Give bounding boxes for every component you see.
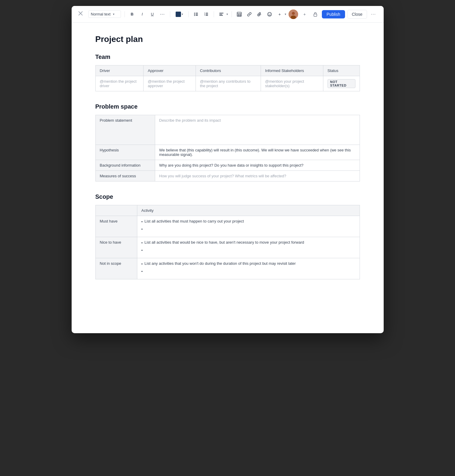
numbered-list-button[interactable]: 1. 2. 3. [202, 10, 210, 18]
svg-point-21 [268, 13, 269, 14]
bullet-item-empty: • [141, 269, 355, 274]
avatar [289, 10, 298, 19]
toolbar-divider-1 [125, 11, 125, 17]
bullet-item: • List all activities that would be nice… [141, 240, 355, 245]
svg-point-2 [194, 14, 195, 15]
team-col-approver: Approver [144, 65, 196, 76]
svg-rect-3 [196, 14, 198, 15]
link-button[interactable] [245, 10, 253, 18]
informed-cell[interactable]: @mention your project stakeholder(s) [261, 76, 323, 91]
nice-to-have-label: Nice to have [95, 237, 137, 258]
hypothesis-text: We believe that (this capability) will r… [159, 148, 351, 157]
status-cell[interactable]: NOT STARTED [323, 76, 360, 91]
table-row: Nice to have • List all activities that … [95, 237, 360, 258]
team-heading: Team [95, 54, 360, 60]
measures-placeholder: How you will judge success of your proje… [159, 174, 286, 178]
nice-to-have-cell[interactable]: • List all activities that would be nice… [137, 237, 360, 258]
more-text-button[interactable]: ··· [159, 10, 166, 18]
editor-window: Normal text ▾ B I U ··· ▾ 1. [72, 6, 384, 333]
bullet-item-empty: • [141, 226, 355, 231]
table-row: Measures of success How you will judge s… [95, 171, 360, 181]
toolbar-divider-3 [188, 11, 189, 17]
emoji-button[interactable] [266, 10, 273, 18]
add-button[interactable]: + [276, 10, 284, 18]
problem-statement-placeholder: Describe the problem and its impact [159, 118, 221, 123]
svg-rect-14 [219, 15, 223, 16]
not-in-scope-cell[interactable]: • List any activities that you won't do … [137, 258, 360, 279]
user-avatar [289, 10, 298, 19]
add-collaborator-button[interactable]: + [300, 10, 309, 18]
close-button[interactable]: Close [347, 10, 367, 19]
team-col-status: Status [323, 65, 360, 76]
table-row: Not in scope • List any activities that … [95, 258, 360, 279]
svg-rect-11 [206, 15, 208, 16]
table-row: Background information Why are you doing… [95, 160, 360, 171]
svg-point-22 [270, 13, 270, 14]
measures-cell[interactable]: How you will judge success of your proje… [155, 171, 360, 181]
approver-cell[interactable]: @mention the project approver [144, 76, 196, 91]
scope-section: Scope Activity Must have • List all [95, 193, 360, 279]
problem-table: Problem statement Describe the problem a… [95, 115, 360, 181]
nice-to-have-text: List all activities that would be nice t… [144, 240, 304, 245]
app-logo [78, 10, 84, 18]
lock-button[interactable] [311, 10, 319, 18]
problem-statement-cell[interactable]: Describe the problem and its impact [155, 115, 360, 145]
more-options-button[interactable]: ··· [369, 10, 378, 18]
team-section: Team Driver Approver Contributors Inform… [95, 54, 360, 91]
svg-point-20 [267, 12, 271, 16]
problem-section: Problem space Problem statement Describe… [95, 103, 360, 181]
hypothesis-cell[interactable]: We believe that (this capability) will r… [155, 145, 360, 160]
bullet-list-button[interactable] [192, 10, 200, 18]
table-button[interactable] [235, 10, 243, 18]
align-chevron-icon: ▾ [226, 12, 228, 16]
svg-point-0 [194, 12, 195, 13]
problem-statement-label: Problem statement [95, 115, 155, 145]
driver-cell[interactable]: @mention the project driver [95, 76, 144, 91]
table-row: Must have • List all activities that mus… [95, 216, 360, 237]
text-style-label: Normal text [91, 12, 111, 16]
page-title: Project plan [95, 35, 360, 44]
attachment-button[interactable] [256, 10, 263, 18]
color-picker-button[interactable]: ▾ [174, 10, 185, 18]
bullet-item: • List all activities that must happen t… [141, 219, 355, 224]
color-swatch [176, 12, 181, 17]
problem-heading: Problem space [95, 103, 360, 110]
chevron-down-icon: ▾ [113, 12, 114, 16]
toolbar-divider-4 [214, 11, 214, 17]
table-row: @mention the project driver @mention the… [95, 76, 360, 91]
scope-heading: Scope [95, 193, 360, 200]
background-cell[interactable]: Why are you doing this project? Do you h… [155, 160, 360, 171]
not-in-scope-text: List any activities that you won't do du… [144, 261, 296, 266]
must-have-cell[interactable]: • List all activities that must happen t… [137, 216, 360, 237]
toolbar-divider-2 [170, 11, 170, 17]
bullet-dot: • [141, 220, 143, 224]
scope-table: Activity Must have • List all activities… [95, 205, 360, 279]
background-text: Why are you doing this project? Do you h… [159, 163, 304, 167]
color-chevron-icon: ▾ [182, 12, 183, 16]
add-chevron-icon: ▾ [285, 12, 286, 16]
contributors-cell[interactable]: @mention any contributors to the project [196, 76, 261, 91]
svg-point-24 [292, 12, 295, 15]
svg-rect-12 [219, 13, 223, 13]
scope-col-activity: Activity [137, 205, 360, 216]
hypothesis-label: Hypothesis [95, 145, 155, 160]
svg-rect-7 [206, 13, 208, 13]
team-col-informed: Informed Stakeholders [261, 65, 323, 76]
must-have-label: Must have [95, 216, 137, 237]
text-style-selector[interactable]: Normal text ▾ [88, 10, 121, 18]
svg-point-25 [291, 15, 296, 19]
underline-button[interactable]: U [149, 10, 156, 18]
bullet-dot: • [141, 262, 143, 266]
align-button[interactable] [218, 10, 225, 18]
italic-button[interactable]: I [138, 10, 146, 18]
bullet-dot: • [141, 241, 143, 245]
document-content: Project plan Team Driver Approver Contri… [72, 23, 384, 309]
bullet-item: • List any activities that you won't do … [141, 261, 355, 266]
bold-button[interactable]: B [128, 10, 136, 18]
bullet-item-empty: • [141, 248, 355, 253]
publish-button[interactable]: Publish [322, 10, 345, 18]
svg-rect-13 [219, 14, 222, 15]
svg-rect-26 [314, 14, 317, 16]
svg-rect-1 [196, 13, 198, 13]
status-badge: NOT STARTED [328, 79, 355, 88]
